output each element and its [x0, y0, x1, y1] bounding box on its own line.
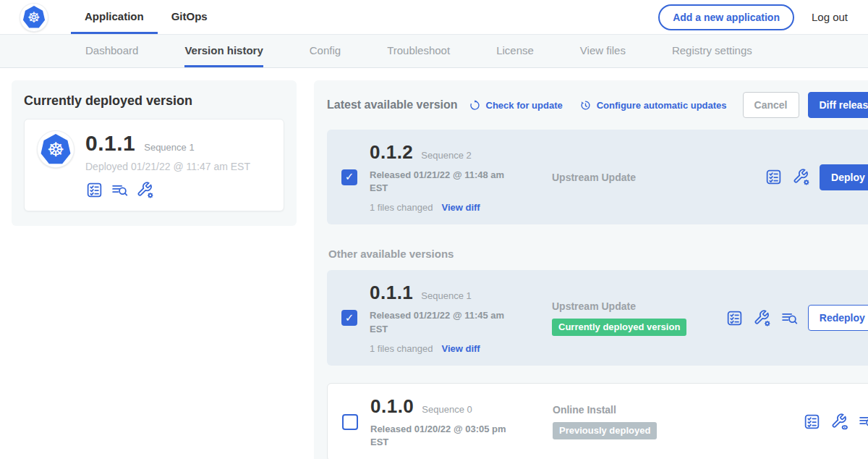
add-application-button[interactable]: Add a new application: [658, 4, 794, 30]
top-navbar-right: Add a new application Log out: [658, 0, 848, 34]
subnav-tab-license[interactable]: License: [496, 35, 534, 67]
preflight-checklist-icon[interactable]: [85, 181, 103, 199]
currently-deployed-panel: Currently deployed version ☸ 0.1.1 Seque…: [12, 80, 297, 226]
previously-deployed-badge: Previously deployed: [553, 422, 657, 439]
latest-header: Latest available version Check for updat…: [327, 92, 868, 118]
version-source-label: Upstream Update: [552, 172, 765, 183]
configure-automatic-updates-link[interactable]: Configure automatic updates: [579, 98, 727, 112]
preflight-checklist-icon[interactable]: [765, 168, 783, 186]
logout-link[interactable]: Log out: [812, 11, 848, 23]
refresh-icon: [468, 98, 482, 112]
view-diff-link[interactable]: View diff: [441, 343, 480, 354]
version-number: 0.1.2: [370, 141, 413, 164]
main-content: Currently deployed version ☸ 0.1.1 Seque…: [0, 68, 868, 459]
version-number: 0.1.1: [370, 282, 413, 304]
latest-panel-title: Latest available version: [327, 98, 458, 111]
version-number: 0.1.0: [370, 395, 414, 418]
sequence-label: Sequence 1: [421, 290, 471, 301]
release-notes-search-icon[interactable]: [858, 413, 868, 431]
latest-available-panel: Latest available version Check for updat…: [314, 80, 868, 459]
currently-deployed-badge: Currently deployed version: [552, 319, 686, 336]
preflight-checklist-icon[interactable]: [803, 413, 821, 431]
view-diff-link[interactable]: View diff: [441, 202, 480, 213]
release-notes-search-icon[interactable]: [780, 309, 799, 327]
files-changed-label: 1 files changed: [370, 202, 433, 213]
kubernetes-logo-icon: ☸: [20, 4, 48, 31]
sequence-label: Sequence 0: [422, 404, 472, 415]
version-source-label: Online Install: [553, 404, 803, 416]
app-subnav: Dashboard Version history Config Trouble…: [0, 34, 868, 68]
version-row-0-1-0: 0.1.0 Sequence 0 Released 01/20/22 @ 03:…: [327, 383, 868, 459]
config-wrench-gear-icon[interactable]: [753, 309, 771, 327]
top-nav-tabs: Application GitOps: [71, 0, 221, 34]
deployed-version-info: 0.1.1 Sequence 1 Deployed 01/21/22 @ 11:…: [85, 131, 250, 199]
deploy-button[interactable]: Deploy: [820, 164, 868, 190]
release-notes-search-icon[interactable]: [111, 181, 129, 199]
version-checkbox[interactable]: [342, 414, 358, 430]
other-versions-title: Other available versions: [328, 248, 868, 260]
released-timestamp: Released 01/21/22 @ 11:48 am EST: [370, 169, 514, 195]
kubernetes-app-icon: ☸: [38, 131, 74, 167]
deployed-timestamp: Deployed 01/21/22 @ 11:47 am EST: [85, 161, 250, 172]
subnav-tab-view-files[interactable]: View files: [580, 35, 626, 67]
version-row-0-1-2: ✓ 0.1.2 Sequence 2 Released 01/21/22 @ 1…: [327, 130, 868, 224]
preflight-checklist-icon[interactable]: [726, 309, 744, 327]
config-wrench-eye-icon[interactable]: [830, 413, 848, 431]
deployed-version-number: 0.1.1: [85, 131, 135, 156]
released-timestamp: Released 01/20/22 @ 03:05 pm EST: [370, 423, 515, 449]
config-wrench-gear-icon[interactable]: [136, 181, 154, 199]
tab-application-label: Application: [85, 10, 144, 22]
subnav-tab-config[interactable]: Config: [310, 35, 341, 67]
deployed-panel-title: Currently deployed version: [24, 93, 284, 109]
version-row-0-1-1: ✓ 0.1.1 Sequence 1 Released 01/21/22 @ 1…: [327, 270, 868, 365]
config-wrench-gear-icon[interactable]: [792, 168, 810, 186]
tab-application[interactable]: Application: [71, 0, 158, 34]
cancel-button[interactable]: Cancel: [743, 92, 799, 118]
app-logo: ☸: [20, 0, 48, 34]
files-changed-label: 1 files changed: [370, 343, 433, 354]
redeploy-button[interactable]: Redeploy: [808, 305, 868, 331]
version-source-label: Upstream Update: [552, 300, 726, 312]
deployed-version-card: ☸ 0.1.1 Sequence 1 Deployed 01/21/22 @ 1…: [24, 119, 284, 211]
sequence-label: Sequence 2: [421, 150, 471, 161]
top-navbar: ☸ Application GitOps Add a new applicati…: [0, 0, 868, 34]
tab-gitops[interactable]: GitOps: [158, 0, 221, 34]
diff-releases-button[interactable]: Diff releases: [808, 92, 868, 118]
released-timestamp: Released 01/21/22 @ 11:45 am EST: [370, 309, 514, 335]
clock-refresh-icon: [579, 98, 592, 112]
subnav-tab-troubleshoot[interactable]: Troubleshoot: [387, 35, 450, 67]
deployed-sequence-label: Sequence 1: [144, 142, 194, 153]
subnav-tab-dashboard[interactable]: Dashboard: [85, 35, 138, 67]
tab-gitops-label: GitOps: [171, 10, 208, 22]
check-for-update-link[interactable]: Check for update: [468, 98, 563, 112]
subnav-tab-version-history[interactable]: Version history: [184, 35, 263, 67]
version-checkbox[interactable]: ✓: [341, 169, 357, 185]
version-checkbox[interactable]: ✓: [341, 310, 357, 326]
subnav-tab-registry-settings[interactable]: Registry settings: [672, 35, 752, 67]
